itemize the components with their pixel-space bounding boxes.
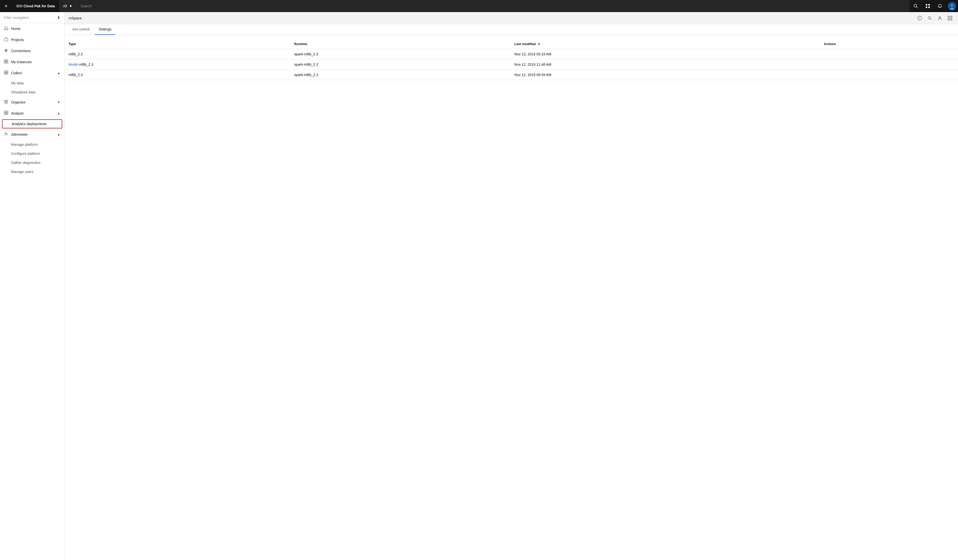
notifications-icon-button[interactable] <box>934 0 946 12</box>
row2-last-modified: Nov 12, 2019 11:46 AM <box>511 59 820 70</box>
svg-line-1 <box>917 7 918 8</box>
my-instances-icon <box>4 59 8 65</box>
svg-rect-18 <box>4 100 8 101</box>
row2-type: Model mllib_2.3 <box>65 59 290 70</box>
svg-rect-24 <box>6 113 8 115</box>
svg-rect-10 <box>4 60 6 61</box>
gather-diagnostics-label: Gather diagnostics <box>11 161 41 165</box>
search-bar[interactable] <box>76 0 910 12</box>
brand-logo: IBM Cloud Pak for Data <box>12 0 59 12</box>
sidebar-item-projects[interactable]: Projects <box>0 34 64 45</box>
row2-model-link[interactable]: Model <box>68 62 79 66</box>
organize-icon <box>4 100 8 105</box>
grid-subheader-icon-button[interactable] <box>946 14 954 22</box>
search-subheader-icon-button[interactable] <box>926 14 934 22</box>
user-avatar[interactable] <box>946 0 958 12</box>
svg-rect-31 <box>948 16 949 17</box>
search-scope-dropdown[interactable]: All ▼ <box>59 0 76 12</box>
manage-users-label: Manage users <box>11 170 33 174</box>
row3-runtime: spark-mllib_2.3 <box>290 70 511 80</box>
svg-rect-2 <box>926 4 927 6</box>
sidebar-filter-bar: ⬇ <box>0 12 64 23</box>
col-type-label: Type <box>68 42 76 46</box>
sidebar-item-manage-platform[interactable]: Manage platform <box>0 140 64 149</box>
col-runtime-label: Runtime <box>294 42 308 46</box>
tab-settings-label: Settings <box>99 27 112 31</box>
data-table-wrapper: Type Runtime Last modified ▼ Actions <box>65 35 958 84</box>
user-subheader-icon-button[interactable] <box>936 14 944 22</box>
col-header-type: Type <box>65 39 290 49</box>
sidebar-item-organize[interactable]: Organize ▼ <box>0 97 64 108</box>
ibm-label: IBM <box>16 4 22 8</box>
svg-rect-32 <box>950 16 952 17</box>
svg-rect-15 <box>6 71 8 72</box>
svg-rect-21 <box>4 111 6 112</box>
row3-type: mllib_2.3 <box>65 70 290 80</box>
svg-rect-16 <box>4 73 6 74</box>
search-icon-button[interactable] <box>910 0 922 12</box>
col-header-last-modified[interactable]: Last modified ▼ <box>511 39 820 49</box>
col-header-runtime: Runtime <box>290 39 511 49</box>
subheader-actions <box>916 14 954 22</box>
sidebar-item-organize-label: Organize <box>11 100 54 104</box>
sidebar-item-home[interactable]: Home <box>0 23 64 34</box>
chevron-down-icon: ▼ <box>69 4 73 8</box>
analyze-chevron-icon: ▲ <box>57 112 60 115</box>
sidebar-item-my-instances-label: My instances <box>11 60 60 64</box>
sidebar-item-collect[interactable]: Collect ▲ <box>0 68 64 79</box>
svg-rect-17 <box>6 73 8 74</box>
sidebar-item-analyze-label: Analyze <box>11 111 54 115</box>
sidebar-item-configure-platform[interactable]: Configure platform <box>0 149 64 158</box>
search-input[interactable] <box>81 4 906 8</box>
administer-chevron-icon: ▲ <box>57 133 60 136</box>
sort-icon: ▼ <box>538 43 541 46</box>
svg-rect-5 <box>928 6 930 8</box>
row3-last-modified: Nov 12, 2019 09:49 AM <box>511 70 820 80</box>
tab-settings[interactable]: Settings <box>95 24 116 35</box>
sidebar-item-analyze[interactable]: Analyze ▲ <box>0 108 64 119</box>
sidebar-item-my-data[interactable]: My data <box>0 79 64 88</box>
close-nav-button[interactable] <box>0 0 12 12</box>
svg-point-0 <box>914 4 917 7</box>
sidebar-item-connections-label: Connections <box>11 49 60 53</box>
tab-access-control[interactable]: ess control <box>68 24 94 35</box>
svg-rect-23 <box>4 113 6 115</box>
sidebar-item-projects-label: Projects <box>11 38 60 42</box>
table-row: mllib_2.3 spark-mllib_2.3 Nov 13, 2019 0… <box>65 49 958 59</box>
row1-type: mllib_2.3 <box>65 49 290 59</box>
deployments-table: Type Runtime Last modified ▼ Actions <box>65 39 958 80</box>
manage-platform-label: Manage platform <box>11 142 38 147</box>
analytics-deployments-label: Analytics deployments <box>11 122 47 126</box>
product-name: Cloud Pak for Data <box>24 4 55 8</box>
apps-icon-button[interactable] <box>922 0 934 12</box>
sidebar-item-virtualized-data[interactable]: Virtualized data <box>0 88 64 97</box>
main-content: rnSpace <box>65 12 958 560</box>
connections-icon <box>4 48 8 54</box>
my-data-label: My data <box>11 81 24 85</box>
administer-icon <box>4 132 8 137</box>
sidebar-filter-input[interactable] <box>4 16 57 20</box>
info-icon-button[interactable] <box>916 14 924 22</box>
svg-rect-33 <box>948 19 949 20</box>
sidebar-item-my-instances[interactable]: My instances <box>0 56 64 68</box>
row1-runtime: spark-mllib_2.3 <box>290 49 511 59</box>
sidebar-item-connections[interactable]: Connections <box>0 45 64 56</box>
table-row: Model mllib_2.3 spark-mllib_2.3 Nov 12, … <box>65 59 958 70</box>
configure-platform-label: Configure platform <box>11 152 40 156</box>
col-header-actions: Actions <box>820 39 958 49</box>
sidebar-item-gather-diagnostics[interactable]: Gather diagnostics <box>0 158 64 167</box>
collapse-sidebar-icon[interactable]: ⬇ <box>57 15 60 20</box>
sidebar-item-home-label: Home <box>11 27 60 31</box>
svg-rect-9 <box>4 38 8 41</box>
sidebar-item-administer[interactable]: Administer ▲ <box>0 129 64 140</box>
svg-point-25 <box>5 133 7 134</box>
row3-actions <box>820 70 958 80</box>
breadcrumb: rnSpace <box>68 16 82 20</box>
svg-rect-22 <box>6 111 8 112</box>
svg-point-30 <box>939 16 941 18</box>
virtualized-data-label: Virtualized data <box>11 90 35 94</box>
organize-chevron-icon: ▼ <box>57 100 60 104</box>
sidebar-item-analytics-deployments[interactable]: Analytics deployments <box>2 119 62 128</box>
avatar-initials <box>948 2 956 10</box>
sidebar-item-manage-users[interactable]: Manage users <box>0 167 64 176</box>
